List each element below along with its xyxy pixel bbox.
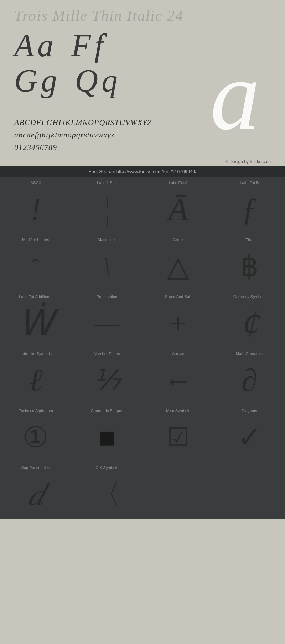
preview-area: Trois Mille Thin Italic 24 Aa Ff Gg Qq a: [0, 0, 285, 109]
glyph-label-ciksymbols: CIK Symbols: [73, 466, 141, 470]
glyph-label-geoshapes: Geometric Shapes: [73, 409, 141, 413]
glyph-cell-numberforms: Number Forms ⅐: [71, 348, 142, 405]
glyph-symbol-diacriticals: \: [103, 244, 110, 289]
glyph-cell-diacriticals: Diacriticals \: [71, 234, 142, 291]
letter-pair-aa: Aa: [14, 28, 57, 63]
credit: © Design by fontke.com: [0, 157, 285, 166]
glyph-cell-suppunct: Sup Punctuation 𝑑: [0, 462, 71, 519]
glyph-symbol-dingbats: ✓: [238, 415, 261, 460]
glyph-cell-arrows: Arrows ←: [142, 348, 214, 405]
glyph-cell-letterlike: Letterlike Symbols ℓ: [0, 348, 71, 405]
font-source: Font Source: http://www.fontke.com/font/…: [0, 166, 285, 177]
glyph-label-numberforms: Number Forms: [73, 352, 141, 356]
glyph-label-greek: Greek: [144, 238, 212, 242]
glyph-cell-currency: Currency Symbols ₵: [214, 291, 285, 348]
glyph-label-latin1sup: Latin 1 Sup: [73, 181, 141, 185]
glyph-label-diacriticals: Diacriticals: [73, 238, 141, 242]
big-letter-a: a: [210, 46, 260, 145]
glyph-cell-encalphanum: Enclosed Alphanum ①: [0, 405, 71, 462]
glyph-label-thai: Thai: [216, 238, 283, 242]
glyph-symbol-arrows: ←: [164, 358, 192, 403]
letter-pair-gg: Gg: [14, 63, 61, 98]
glyph-label-mathops: Math Operators: [216, 352, 283, 356]
glyph-cell-modletters: Modifier Letters ˆ: [0, 234, 71, 291]
glyph-cell-latin1sup: Latin 1 Sup ¦: [71, 177, 142, 234]
glyph-symbol-latinextb: ƒ: [242, 187, 258, 232]
glyph-symbol-punctuation: —: [94, 301, 119, 346]
glyph-symbol-superandsub: +: [170, 301, 186, 346]
glyph-symbol-latinexta: Ā: [169, 187, 188, 232]
glyph-label-modletters: Modifier Letters: [2, 238, 69, 242]
glyph-label-latinextb: Latin Ext B: [216, 181, 283, 185]
glyph-symbol-greek: △: [167, 244, 189, 289]
glyph-symbol-mathops: ∂: [242, 358, 257, 403]
glyph-cell-dingbats: Dingbats ✓: [214, 405, 285, 462]
glyph-cell-greek: Greek △: [142, 234, 214, 291]
glyph-cell-mathops: Math Operators ∂: [214, 348, 285, 405]
glyph-cell-thai: Thai ฿: [214, 234, 285, 291]
glyph-cell-latinextb: Latin Ext B ƒ: [214, 177, 285, 234]
glyph-symbol-geoshapes: ■: [98, 415, 115, 460]
glyph-label-latinextadd: Latin Ext Additional: [2, 295, 69, 299]
glyph-grid: ASCII ! Latin 1 Sup ¦ Latin Ext A Ā Lati…: [0, 177, 285, 519]
glyph-label-arrows: Arrows: [144, 352, 212, 356]
glyph-symbol-latin1sup: ¦: [103, 187, 112, 232]
glyph-label-suppunct: Sup Punctuation: [2, 466, 69, 470]
glyph-symbol-latinextadd: Ẇ: [18, 301, 53, 346]
glyph-cell-ciksymbols: CIK Symbols 〈: [71, 462, 142, 519]
glyph-label-ascii: ASCII: [2, 181, 69, 185]
glyph-symbol-suppunct: 𝑑: [28, 472, 44, 517]
glyph-label-latinexta: Latin Ext A: [144, 181, 212, 185]
glyph-label-encalphanum: Enclosed Alphanum: [2, 409, 69, 413]
glyph-symbol-ascii: !: [30, 187, 41, 232]
glyph-cell-miscsym: Misc Symbols ☑: [142, 405, 214, 462]
glyph-cell-latinexta: Latin Ext A Ā: [142, 177, 214, 234]
glyph-symbol-ciksymbols: 〈: [93, 472, 121, 517]
glyph-label-superandsub: Super And Sub: [144, 295, 212, 299]
glyph-symbol-encalphanum: ①: [23, 415, 48, 460]
glyph-label-dingbats: Dingbats: [216, 409, 283, 413]
letter-pair-ff: Ff: [71, 28, 107, 63]
glyph-label-miscsym: Misc Symbols: [144, 409, 212, 413]
glyph-label-punctuation: Punctuation: [73, 295, 141, 299]
glyph-cell-latinextadd: Latin Ext Additional Ẇ: [0, 291, 71, 348]
glyph-label-letterlike: Letterlike Symbols: [2, 352, 69, 356]
glyph-symbol-modletters: ˆ: [32, 244, 39, 289]
glyph-symbol-currency: ₵: [240, 301, 259, 346]
glyph-cell-geoshapes: Geometric Shapes ■: [71, 405, 142, 462]
glyph-cell-superandsub: Super And Sub +: [142, 291, 214, 348]
glyph-cell-punctuation: Punctuation —: [71, 291, 142, 348]
glyph-label-currency: Currency Symbols: [216, 295, 283, 299]
font-title: Trois Mille Thin Italic 24: [14, 7, 271, 24]
glyph-symbol-letterlike: ℓ: [29, 358, 42, 403]
glyph-cell-ascii: ASCII !: [0, 177, 71, 234]
glyph-symbol-thai: ฿: [240, 244, 259, 289]
dark-section: Font Source: http://www.fontke.com/font/…: [0, 166, 285, 519]
glyph-symbol-numberforms: ⅐: [93, 358, 121, 403]
letter-pair-qq: Qq: [75, 63, 121, 98]
letter-grid: Aa Ff Gg Qq a: [14, 28, 271, 98]
glyph-symbol-miscsym: ☑: [167, 415, 190, 460]
